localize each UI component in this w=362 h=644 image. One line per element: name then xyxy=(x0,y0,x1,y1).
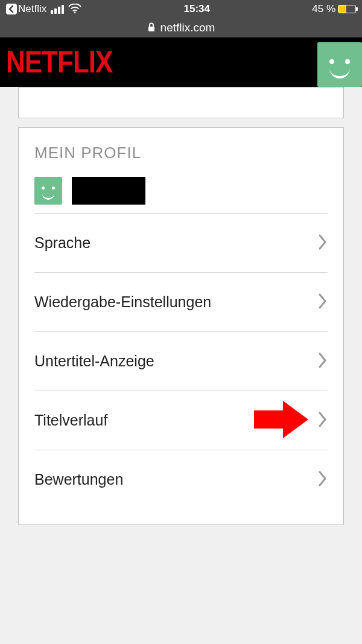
battery-icon xyxy=(338,5,356,13)
menu-item-language[interactable]: Sprache xyxy=(34,213,328,272)
menu-item-label: Bewertungen xyxy=(34,471,123,488)
wifi-icon xyxy=(68,4,81,15)
menu-item-label: Untertitel-Anzeige xyxy=(34,352,154,370)
profile-avatar-small xyxy=(34,177,62,205)
card-my-profile: MEIN PROFIL Sprache Wiedergabe-Einstellu… xyxy=(18,127,344,525)
menu-item-label: Wiedergabe-Einstellungen xyxy=(34,293,211,311)
menu-item-label: Titelverlauf xyxy=(34,412,107,429)
svg-rect-1 xyxy=(148,27,154,31)
card-signout-all[interactable]: Aus allen Geräten ausloggen xyxy=(18,87,344,118)
back-app-label: Netflix xyxy=(18,3,46,15)
annotation-arrow-icon xyxy=(254,401,308,441)
netflix-logo[interactable]: NETFLIX xyxy=(6,45,112,80)
url-domain: netflix.com xyxy=(160,21,215,34)
chevron-right-icon xyxy=(318,293,328,312)
menu-item-playback-settings[interactable]: Wiedergabe-Einstellungen xyxy=(34,272,328,331)
browser-url-bar[interactable]: netflix.com xyxy=(0,18,362,37)
status-bar: Netflix 15:34 45 % xyxy=(0,0,362,18)
chevron-right-icon xyxy=(318,352,328,371)
lock-icon xyxy=(147,22,156,34)
cellular-signal-icon xyxy=(51,5,64,14)
app-header: NETFLIX xyxy=(0,37,362,87)
profile-name-redacted xyxy=(72,177,145,205)
chevron-right-icon xyxy=(318,234,328,253)
menu-item-subtitle-display[interactable]: Untertitel-Anzeige xyxy=(34,331,328,391)
section-title: MEIN PROFIL xyxy=(34,144,328,162)
battery-percent: 45 % xyxy=(312,3,335,15)
menu-item-label: Sprache xyxy=(34,234,91,252)
chevron-left-icon xyxy=(6,4,17,14)
chevron-right-icon xyxy=(318,470,328,489)
svg-marker-2 xyxy=(254,401,308,438)
profile-identity-row[interactable] xyxy=(34,177,328,205)
profile-menu: Sprache Wiedergabe-Einstellungen Unterti… xyxy=(34,213,328,509)
back-to-app[interactable]: Netflix xyxy=(6,3,46,15)
profile-avatar[interactable] xyxy=(317,42,362,87)
svg-point-0 xyxy=(74,11,76,13)
status-time: 15:34 xyxy=(184,3,210,15)
menu-item-viewing-history[interactable]: Titelverlauf xyxy=(34,391,328,450)
menu-item-ratings[interactable]: Bewertungen xyxy=(34,450,328,509)
chevron-right-icon xyxy=(318,411,328,430)
